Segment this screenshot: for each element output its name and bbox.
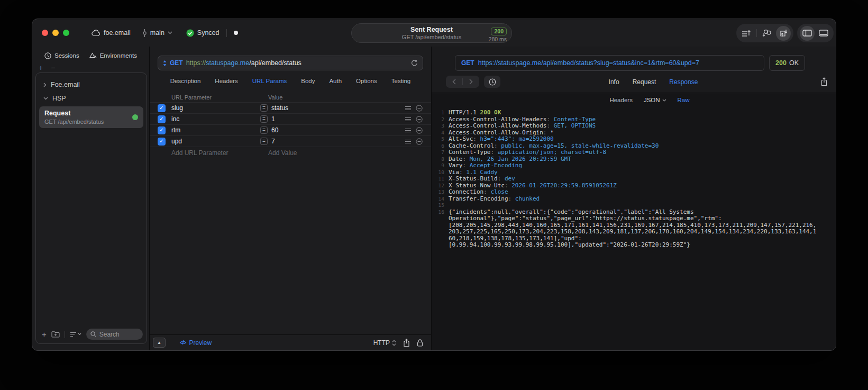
sync-status[interactable]: Synced (186, 29, 220, 37)
param-row: ✓rtm=60 (150, 124, 431, 135)
add-param-name-placeholder[interactable]: Add URL Parameter (171, 149, 268, 157)
param-name[interactable]: rtm (171, 126, 260, 134)
project-menu[interactable]: foe.email (92, 29, 131, 37)
param-add-row: Add URL Parameter Add Value (150, 147, 431, 158)
add-session-button[interactable]: + (39, 64, 43, 72)
sort-options-button[interactable] (70, 332, 81, 337)
param-checkbox[interactable]: ✓ (158, 115, 166, 123)
line-number: 15 (432, 202, 444, 209)
drag-handle-icon[interactable] (405, 117, 411, 122)
param-row: ✓upd=7 (150, 135, 431, 147)
transfer-requests-icon[interactable] (776, 26, 791, 41)
tab-description[interactable]: Description (170, 78, 201, 84)
request-url[interactable]: https://statuspage.me/api/embed/status (186, 59, 408, 67)
request-list-reorder-icon[interactable] (739, 26, 754, 41)
share-request-icon[interactable] (403, 339, 410, 347)
sent-url-box[interactable]: GET https://statuspage.me/api/embed/stat… (455, 55, 764, 71)
add-param-value-placeholder[interactable]: Add Value (268, 149, 297, 157)
lock-icon[interactable] (417, 339, 423, 347)
response-body-section: HeadersJSONRaw 1HTTP/1.1 200 OK2Access-C… (432, 93, 836, 350)
tab-request[interactable]: Request (633, 78, 656, 86)
tab-body[interactable]: Body (301, 78, 315, 84)
drag-handle-icon[interactable] (405, 128, 411, 133)
toggle-left-sidebar-icon[interactable] (800, 26, 815, 41)
minimize-button[interactable] (52, 30, 59, 36)
remove-param-icon[interactable] (416, 138, 423, 145)
protocol-selector[interactable]: HTTP (373, 339, 396, 347)
line-number: 8 (432, 156, 444, 163)
send-request-icon[interactable] (411, 59, 418, 67)
header-value: close (490, 189, 508, 196)
search-input[interactable]: Search (86, 329, 143, 340)
tab-url-params[interactable]: URL Params (252, 78, 287, 84)
param-value[interactable]: 60 (271, 126, 405, 134)
expand-editor-button[interactable]: ▲ (153, 338, 166, 348)
titlebar-actions (736, 24, 834, 42)
export-response-icon[interactable] (820, 77, 828, 86)
chevron-up-down-icon (392, 340, 396, 346)
request-editor-footer: ▲ </> Preview HTTP (150, 334, 431, 350)
request-editor-pane: GET https://statuspage.me/api/embed/stat… (149, 47, 432, 350)
param-value[interactable]: status (271, 104, 405, 112)
drag-handle-icon[interactable] (405, 106, 411, 111)
param-row-actions (405, 105, 423, 112)
new-folder-button[interactable] (51, 331, 60, 338)
tab-info[interactable]: Info (609, 78, 619, 86)
param-checkbox[interactable]: ✓ (158, 104, 166, 112)
session-list-controls: + − (32, 64, 149, 71)
request-url-bar[interactable]: GET https://statuspage.me/api/embed/stat… (158, 56, 423, 70)
protocol-label: HTTP (373, 339, 390, 347)
line-number: 12 (432, 183, 444, 189)
tab-options[interactable]: Options (356, 78, 377, 84)
param-value[interactable]: 7 (271, 138, 405, 145)
titlebar: foe.email main Synced (32, 19, 836, 47)
column-header-name: URL Parameter (171, 94, 268, 101)
tab-raw[interactable]: Raw (678, 97, 690, 103)
tab-response[interactable]: Response (669, 78, 698, 86)
tree-group-hsp[interactable]: HSP (39, 92, 144, 105)
header-key: Alt-Svc (449, 136, 473, 143)
preview-toggle-button[interactable]: </> Preview (180, 339, 212, 347)
response-request-line: GET https://statuspage.me/api/embed/stat… (455, 55, 805, 71)
sidebar-tabs: Sessions Environments (32, 48, 149, 64)
param-name[interactable]: inc (171, 115, 260, 123)
tab-json[interactable]: JSON (644, 97, 666, 103)
add-request-button[interactable]: + (42, 330, 47, 339)
drag-handle-icon[interactable] (405, 139, 411, 144)
remove-session-button[interactable]: − (51, 64, 55, 72)
close-button[interactable] (42, 30, 48, 36)
tab-sessions[interactable]: Sessions (44, 52, 79, 59)
response-body-text: 203,257,225,165,250,173,204,223,158,208,… (449, 229, 816, 235)
tab-environments[interactable]: Environments (89, 52, 137, 59)
sent-request-summary[interactable]: Sent Request GET /api/embed/status 200 2… (351, 23, 512, 43)
code-line: 15 (432, 202, 836, 209)
header-value: GET, OPTIONS (554, 123, 596, 130)
remove-param-icon[interactable] (416, 116, 423, 123)
sync-pull-icon[interactable] (760, 26, 774, 41)
line-number: 9 (432, 162, 444, 169)
param-value[interactable]: 1 (271, 115, 405, 123)
request-list-item-selected[interactable]: Request GET /api/embed/status (39, 106, 143, 128)
branch-menu[interactable]: main (142, 29, 172, 37)
sidebar-footer: + Search (39, 329, 144, 340)
line-number: 11 (432, 176, 444, 183)
sidebar-spacer (39, 128, 144, 329)
tab-auth[interactable]: Auth (329, 78, 342, 84)
code-line: 11X-Status-Build: dev (432, 176, 836, 183)
tab-headers[interactable]: Headers (215, 78, 237, 84)
header-value: h3=":443"; ma=2592000 (480, 136, 554, 143)
tree-group-foe-email[interactable]: Foe.email (39, 78, 144, 92)
param-name[interactable]: slug (171, 104, 260, 112)
response-status-code: 200 (775, 59, 787, 67)
param-checkbox[interactable]: ✓ (158, 138, 166, 146)
remove-param-icon[interactable] (416, 105, 423, 112)
tab-headers[interactable]: Headers (609, 97, 632, 103)
param-name[interactable]: upd (171, 138, 260, 145)
zoom-button[interactable] (63, 30, 69, 36)
toggle-bottom-panel-icon[interactable] (816, 26, 831, 41)
tab-testing[interactable]: Testing (391, 78, 410, 84)
param-checkbox[interactable]: ✓ (158, 126, 166, 134)
response-code[interactable]: 1HTTP/1.1 200 OK2Access-Control-Allow-He… (432, 107, 836, 350)
remove-param-icon[interactable] (416, 127, 423, 134)
request-method[interactable]: GET (170, 59, 183, 67)
